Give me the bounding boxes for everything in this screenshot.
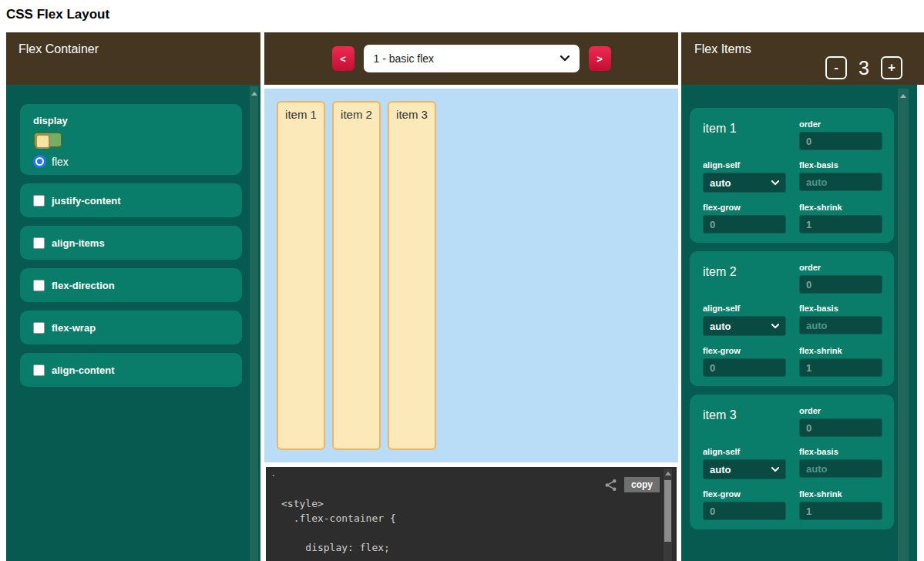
- flex-direction-label: flex-direction: [52, 280, 115, 291]
- flex-container-panel: Flex Container display flex justify-cont…: [6, 32, 260, 561]
- flex-items-panel-body: item 1 order align-self auto flex-basis: [681, 85, 917, 561]
- item-1-name: item 1: [703, 119, 786, 150]
- item-3-flex-basis-input[interactable]: [799, 459, 882, 478]
- flex-shrink-label: flex-shrink: [799, 346, 882, 355]
- code-scroll-up-icon[interactable]: [665, 472, 671, 475]
- item-2-flex-basis-input[interactable]: [799, 316, 882, 334]
- item-2-flex-grow-input[interactable]: [703, 358, 786, 377]
- item-1-flex-grow-input[interactable]: [703, 215, 786, 233]
- flex-shrink-label: flex-shrink: [799, 489, 882, 499]
- align-self-label: align-self: [703, 304, 786, 313]
- order-label: order: [799, 119, 882, 129]
- preview-flex-item-2: item 2: [332, 101, 381, 450]
- item-3-flex-grow-input[interactable]: [703, 502, 786, 520]
- flex-container-panel-body: display flex justify-content align-items…: [6, 85, 260, 561]
- item-count: 3: [858, 57, 869, 79]
- code-scrollbar[interactable]: [664, 469, 672, 561]
- item-2-flex-shrink-input[interactable]: [799, 358, 882, 377]
- prev-example-button[interactable]: <: [332, 46, 354, 71]
- align-items-label: align-items: [52, 237, 105, 249]
- toggle-knob: [35, 134, 50, 149]
- item-2-order-input[interactable]: [799, 275, 882, 294]
- flex-items-title: Flex Items: [694, 42, 751, 55]
- item-3-align-self-select[interactable]: auto: [703, 459, 786, 479]
- flex-items-panel: Flex Items - 3 + item 1 order align-self…: [681, 32, 924, 561]
- page-title: CSS Flex Layout: [6, 7, 109, 22]
- justify-content-label: justify-content: [52, 195, 121, 207]
- flex-grow-label: flex-grow: [703, 489, 786, 499]
- code-bullet: .: [272, 468, 274, 479]
- align-self-label: align-self: [703, 447, 786, 456]
- flex-radio[interactable]: [33, 155, 46, 168]
- order-label: order: [799, 263, 882, 272]
- item-1-card: item 1 order align-self auto flex-basis: [690, 108, 894, 243]
- align-self-value: auto: [710, 464, 731, 475]
- example-select-value: 1 - basic flex: [374, 52, 435, 65]
- add-item-button[interactable]: +: [881, 56, 902, 79]
- flex-basis-label: flex-basis: [799, 160, 882, 170]
- chevron-down-icon: [771, 467, 779, 472]
- scroll-up-icon[interactable]: [900, 94, 906, 98]
- display-label: display: [33, 115, 242, 126]
- flex-grow-label: flex-grow: [703, 203, 786, 212]
- order-label: order: [799, 406, 882, 415]
- next-example-button[interactable]: >: [589, 46, 611, 71]
- code-text: <style> .flex-container { display: flex;: [281, 496, 396, 555]
- item-1-align-self-select[interactable]: auto: [703, 173, 786, 193]
- flex-container-panel-header: Flex Container: [6, 32, 260, 85]
- preview-panel: < 1 - basic flex > item 1 item 2 item 3 …: [264, 32, 678, 561]
- remove-item-button[interactable]: -: [825, 56, 847, 79]
- example-select[interactable]: 1 - basic flex: [364, 45, 580, 72]
- preview-flex-item-1: item 1: [277, 101, 325, 450]
- item-3-flex-shrink-input[interactable]: [799, 502, 882, 520]
- display-card: display flex: [20, 104, 242, 175]
- flex-wrap-label: flex-wrap: [52, 322, 96, 334]
- item-3-order-input[interactable]: [799, 418, 882, 437]
- chevron-down-icon: [771, 180, 779, 186]
- flex-preview-container: item 1 item 2 item 3: [264, 89, 678, 462]
- prop-flex-wrap[interactable]: flex-wrap: [20, 311, 242, 344]
- code-panel: . copy <style> .flex-container { display…: [264, 465, 678, 561]
- flex-wrap-checkbox[interactable]: [33, 322, 45, 334]
- item-2-name: item 2: [703, 263, 786, 294]
- share-icon[interactable]: [604, 479, 617, 492]
- right-panel-scrollbar[interactable]: [898, 89, 909, 561]
- prop-align-content[interactable]: align-content: [20, 353, 242, 387]
- item-1-flex-basis-input[interactable]: [799, 173, 882, 191]
- display-toggle[interactable]: [33, 132, 62, 148]
- align-content-checkbox[interactable]: [33, 364, 45, 376]
- left-panel-scrollbar[interactable]: [250, 86, 258, 561]
- item-1-order-input[interactable]: [799, 132, 882, 150]
- prop-flex-direction[interactable]: flex-direction: [20, 268, 242, 302]
- chevron-down-icon: [771, 324, 779, 329]
- align-self-value: auto: [710, 177, 731, 189]
- flex-shrink-label: flex-shrink: [799, 203, 882, 212]
- item-3-name: item 3: [703, 406, 786, 437]
- scroll-up-icon[interactable]: [251, 92, 257, 96]
- flex-grow-label: flex-grow: [703, 346, 786, 355]
- code-scroll-thumb[interactable]: [664, 480, 671, 542]
- flex-radio-label: flex: [52, 156, 69, 168]
- justify-content-checkbox[interactable]: [33, 195, 45, 207]
- flex-basis-label: flex-basis: [799, 447, 882, 456]
- item-3-card: item 3 order align-self auto flex-basis: [690, 395, 894, 529]
- flex-items-panel-header: Flex Items - 3 +: [681, 32, 924, 85]
- item-count-stepper: - 3 +: [825, 56, 902, 79]
- item-1-flex-shrink-input[interactable]: [799, 215, 882, 233]
- copy-button[interactable]: copy: [624, 477, 660, 492]
- prop-align-items[interactable]: align-items: [20, 226, 242, 260]
- chevron-down-icon: [560, 55, 570, 62]
- align-self-label: align-self: [703, 160, 786, 170]
- example-nav-bar: < 1 - basic flex >: [264, 32, 678, 85]
- align-content-label: align-content: [52, 364, 115, 376]
- item-2-align-self-select[interactable]: auto: [703, 316, 786, 336]
- flex-basis-label: flex-basis: [799, 304, 882, 313]
- flex-direction-checkbox[interactable]: [33, 280, 45, 291]
- align-items-checkbox[interactable]: [33, 237, 45, 249]
- preview-flex-item-3: item 3: [388, 101, 436, 450]
- align-self-value: auto: [710, 321, 731, 332]
- prop-justify-content[interactable]: justify-content: [20, 183, 242, 217]
- item-2-card: item 2 order align-self auto flex-basis: [690, 251, 894, 386]
